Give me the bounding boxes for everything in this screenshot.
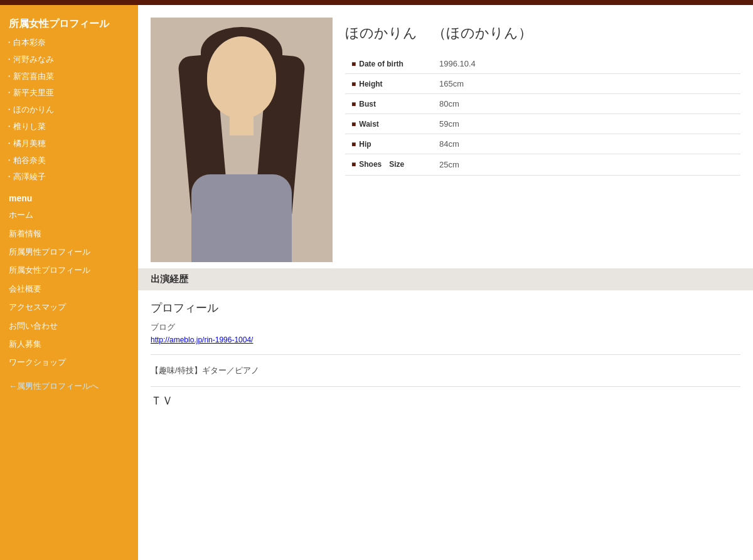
profile-value-height: 165cm (433, 74, 740, 94)
sidebar-link-kasuya[interactable]: 粕谷奈美 (0, 152, 138, 169)
performance-section-title: 出演経歴 (151, 273, 188, 284)
blog-url[interactable]: http://ameblo.jp/rin-1996-1004/ (151, 335, 740, 344)
sidebar-link-kawano[interactable]: 河野みなみ (0, 51, 138, 68)
photo-body (191, 174, 292, 262)
sidebar-menu-news[interactable]: 新着情報 (0, 225, 138, 243)
profile-row-bust: Bust 80cm (345, 94, 740, 114)
profile-value-bust: 80cm (433, 94, 740, 114)
sidebar-menu-home[interactable]: ホーム (0, 206, 138, 224)
profile-table: Date of birth 1996.10.4 Height 165cm Bus… (345, 54, 740, 176)
profile-row-dob: Date of birth 1996.10.4 (345, 54, 740, 74)
profile-photo (151, 18, 333, 262)
profile-row-waist: Waist 59cm (345, 114, 740, 134)
sidebar-link-shingu[interactable]: 新宮喜由菜 (0, 68, 138, 85)
profile-row-shoes: Shoes Size 25cm (345, 154, 740, 176)
profile-header: ほのかりん （ほのかりん） Date of birth 1996.10.4 He… (138, 5, 753, 268)
top-bar (0, 0, 753, 5)
profile-label-bust: Bust (345, 94, 433, 114)
main-layout: 所属女性プロフィール 白本彩奈 河野みなみ 新宮喜由菜 新平夫里亜 ほのかりん … (0, 5, 753, 560)
profile-name-reading: （ほのかりん） (432, 25, 532, 41)
sidebar-menu-male-profile[interactable]: 所属男性プロフィール (0, 243, 138, 261)
profile-label-shoes: Shoes Size (345, 154, 433, 176)
profile-value-hip: 84cm (433, 134, 740, 154)
sidebar-link-shiraoto[interactable]: 白本彩奈 (0, 34, 138, 51)
sidebar-link-takasawa[interactable]: 高澤綾子 (0, 169, 138, 186)
sidebar: 所属女性プロフィール 白本彩奈 河野みなみ 新宮喜由菜 新平夫里亜 ほのかりん … (0, 5, 138, 560)
sidebar-link-shii[interactable]: 椎りし菜 (0, 119, 138, 135)
tv-section-title: ＴＶ (151, 393, 740, 408)
photo-neck (230, 110, 254, 135)
profile-name-kanji: ほのかりん (345, 25, 417, 41)
sidebar-link-honokarin[interactable]: ほのかりん (0, 102, 138, 119)
profile-label-height: Height (345, 74, 433, 94)
sidebar-menu-company[interactable]: 会社概要 (0, 280, 138, 298)
profile-section-title: プロフィール (151, 300, 740, 315)
content-area: プロフィール ブログ http://ameblo.jp/rin-1996-100… (138, 290, 753, 418)
divider-1 (151, 354, 740, 355)
sidebar-link-shindaira[interactable]: 新平夫里亜 (0, 85, 138, 102)
sidebar-menu-access[interactable]: アクセスマップ (0, 298, 138, 316)
sidebar-menu-workshop[interactable]: ワークショップ (0, 353, 138, 371)
profile-value-shoes: 25cm (433, 154, 740, 176)
profile-value-waist: 59cm (433, 114, 740, 134)
profile-label-waist: Waist (345, 114, 433, 134)
profile-name: ほのかりん （ほのかりん） (345, 24, 740, 43)
hobby-text: 【趣味/特技】ギター／ピアノ (151, 365, 740, 376)
sidebar-women-title: 所属女性プロフィール (0, 11, 138, 34)
sidebar-menu-contact[interactable]: お問い合わせ (0, 317, 138, 335)
photo-face (207, 36, 276, 118)
divider-2 (151, 386, 740, 387)
blog-label: ブログ (151, 322, 740, 333)
sidebar-menu-title: menu (0, 186, 138, 206)
profile-label-hip: Hip (345, 134, 433, 154)
sidebar-bottom-male-link[interactable]: ←属男性プロフィールへ (0, 372, 138, 394)
sidebar-link-tachibana[interactable]: 橘月美穂 (0, 135, 138, 152)
blog-url-link[interactable]: http://ameblo.jp/rin-1996-1004/ (151, 335, 253, 344)
profile-value-dob: 1996.10.4 (433, 54, 740, 74)
profile-info: ほのかりん （ほのかりん） Date of birth 1996.10.4 He… (345, 18, 740, 262)
profile-label-dob: Date of birth (345, 54, 433, 74)
profile-row-hip: Hip 84cm (345, 134, 740, 154)
main-content: ほのかりん （ほのかりん） Date of birth 1996.10.4 He… (138, 5, 753, 560)
sidebar-menu-female-profile[interactable]: 所属女性プロフィール (0, 261, 138, 279)
performance-section-bar: 出演経歴 (138, 268, 753, 290)
sidebar-menu-recruit[interactable]: 新人募集 (0, 335, 138, 353)
profile-row-height: Height 165cm (345, 74, 740, 94)
